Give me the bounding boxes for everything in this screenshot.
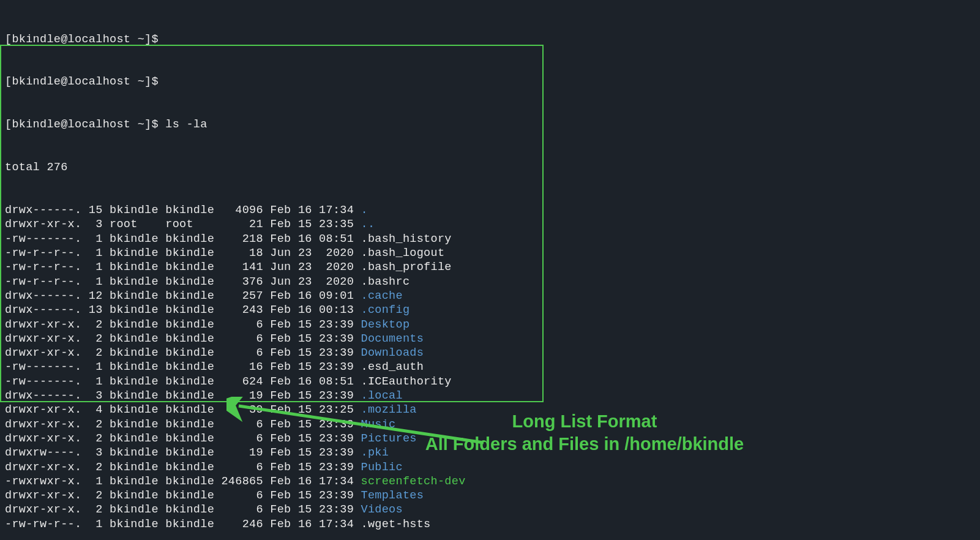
list-item: -rw-------. 1 bkindle bkindle 218 Feb 16… <box>5 232 975 246</box>
file-name: .bash_profile <box>361 261 452 274</box>
file-name: .bashrc <box>361 276 410 288</box>
file-attributes: -rw-r--r--. 1 bkindle bkindle 141 Jun 23… <box>5 261 361 274</box>
file-attributes: drwxrw----. 3 bkindle bkindle 19 Feb 15 … <box>5 446 361 459</box>
file-attributes: drwxr-xr-x. 2 bkindle bkindle 6 Feb 15 2… <box>5 489 361 502</box>
file-attributes: drwx------. 13 bkindle bkindle 243 Feb 1… <box>5 304 361 317</box>
annotation-line-1: Long List Format <box>389 410 780 433</box>
list-item: -rwxrwxr-x. 1 bkindle bkindle 246865 Feb… <box>5 474 975 489</box>
list-item: -rw-r--r--. 1 bkindle bkindle 141 Jun 23… <box>5 260 975 274</box>
list-item: drwxr-xr-x. 2 bkindle bkindle 6 Feb 15 2… <box>5 346 975 360</box>
file-name: Videos <box>361 503 403 516</box>
file-attributes: drwxr-xr-x. 2 bkindle bkindle 6 Feb 15 2… <box>5 461 361 474</box>
file-name: .wget-hsts <box>361 518 431 531</box>
file-attributes: drwxr-xr-x. 2 bkindle bkindle 6 Feb 15 2… <box>5 347 361 359</box>
prompt-line-1: [bkindle@localhost ~]$ <box>5 32 975 47</box>
file-name: Documents <box>361 332 424 345</box>
file-attributes: -rw-rw-r--. 1 bkindle bkindle 246 Feb 16… <box>5 518 361 531</box>
file-name: Desktop <box>361 318 410 331</box>
file-name: . <box>361 204 368 217</box>
file-name: .esd_auth <box>361 361 424 373</box>
command-text: ls -la <box>165 118 207 131</box>
list-item: -rw-r--r--. 1 bkindle bkindle 18 Jun 23 … <box>5 246 975 260</box>
file-attributes: drwx------. 12 bkindle bkindle 257 Feb 1… <box>5 290 361 302</box>
file-name: .bash_logout <box>361 247 445 260</box>
shell-prompt: [bkindle@localhost ~]$ <box>5 118 165 131</box>
file-listing: drwx------. 15 bkindle bkindle 4096 Feb … <box>5 203 975 531</box>
list-item: drwxr-xr-x. 2 bkindle bkindle 6 Feb 15 2… <box>5 318 975 332</box>
file-name: Public <box>361 461 403 474</box>
command-line: [bkindle@localhost ~]$ ls -la <box>5 118 975 132</box>
file-attributes: -rwxrwxr-x. 1 bkindle bkindle 246865 Feb… <box>5 475 361 488</box>
file-attributes: -rw-r--r--. 1 bkindle bkindle 376 Jun 23… <box>5 276 361 288</box>
list-item: drwxr-xr-x. 2 bkindle bkindle 6 Feb 15 2… <box>5 460 975 474</box>
shell-prompt: [bkindle@localhost ~]$ <box>5 75 165 88</box>
file-name: .cache <box>361 290 403 302</box>
shell-prompt: [bkindle@localhost ~]$ <box>5 33 165 46</box>
file-name: .ICEauthority <box>361 375 452 388</box>
prompt-line-2: [bkindle@localhost ~]$ <box>5 75 975 89</box>
list-item: -rw-rw-r--. 1 bkindle bkindle 246 Feb 16… <box>5 517 975 531</box>
file-attributes: drwxr-xr-x. 2 bkindle bkindle 6 Feb 15 2… <box>5 503 361 516</box>
file-name: .config <box>361 304 410 317</box>
file-name: screenfetch-dev <box>361 475 466 488</box>
list-item: drwx------. 13 bkindle bkindle 243 Feb 1… <box>5 303 975 317</box>
list-item: drwx------. 12 bkindle bkindle 257 Feb 1… <box>5 289 975 303</box>
list-item: drwx------. 3 bkindle bkindle 19 Feb 15 … <box>5 389 975 403</box>
list-item: -rw-r--r--. 1 bkindle bkindle 376 Jun 23… <box>5 275 975 289</box>
list-item: -rw-------. 1 bkindle bkindle 16 Feb 15 … <box>5 360 975 374</box>
file-attributes: -rw-------. 1 bkindle bkindle 16 Feb 15 … <box>5 361 361 373</box>
file-attributes: drwxr-xr-x. 3 root root 21 Feb 15 23:35 <box>5 218 361 231</box>
annotation-line-2: All Folders and Files in /home/bkindle <box>389 433 780 456</box>
file-name: Downloads <box>361 347 424 359</box>
file-attributes: drwxr-xr-x. 4 bkindle bkindle 39 Feb 15 … <box>5 403 361 416</box>
list-item: drwxr-xr-x. 3 root root 21 Feb 15 23:35 … <box>5 217 975 231</box>
list-item: -rw-------. 1 bkindle bkindle 624 Feb 16… <box>5 375 975 389</box>
list-item: drwxr-xr-x. 2 bkindle bkindle 6 Feb 15 2… <box>5 332 975 346</box>
list-item: drwxr-xr-x. 2 bkindle bkindle 6 Feb 15 2… <box>5 489 975 503</box>
file-name: .. <box>361 218 375 231</box>
file-attributes: drwx------. 15 bkindle bkindle 4096 Feb … <box>5 204 361 217</box>
annotation-text: Long List Format All Folders and Files i… <box>389 410 780 456</box>
file-name: .local <box>361 389 403 402</box>
file-attributes: drwxr-xr-x. 2 bkindle bkindle 6 Feb 15 2… <box>5 432 361 445</box>
file-attributes: drwx------. 3 bkindle bkindle 19 Feb 15 … <box>5 389 361 402</box>
file-attributes: drwxr-xr-x. 2 bkindle bkindle 6 Feb 15 2… <box>5 332 361 345</box>
file-attributes: -rw-r--r--. 1 bkindle bkindle 18 Jun 23 … <box>5 247 361 260</box>
total-line: total 276 <box>5 160 975 174</box>
list-item: drwxr-xr-x. 2 bkindle bkindle 6 Feb 15 2… <box>5 503 975 517</box>
file-name: Templates <box>361 489 424 502</box>
file-attributes: drwxr-xr-x. 2 bkindle bkindle 6 Feb 15 2… <box>5 318 361 331</box>
file-attributes: drwxr-xr-x. 2 bkindle bkindle 6 Feb 15 2… <box>5 418 361 431</box>
terminal-output[interactable]: [bkindle@localhost ~]$ [bkindle@localhos… <box>0 0 980 540</box>
file-attributes: -rw-------. 1 bkindle bkindle 218 Feb 16… <box>5 233 361 246</box>
file-attributes: -rw-------. 1 bkindle bkindle 624 Feb 16… <box>5 375 361 388</box>
list-item: drwx------. 15 bkindle bkindle 4096 Feb … <box>5 203 975 217</box>
file-name: .bash_history <box>361 233 452 246</box>
file-name: .pki <box>361 446 389 459</box>
